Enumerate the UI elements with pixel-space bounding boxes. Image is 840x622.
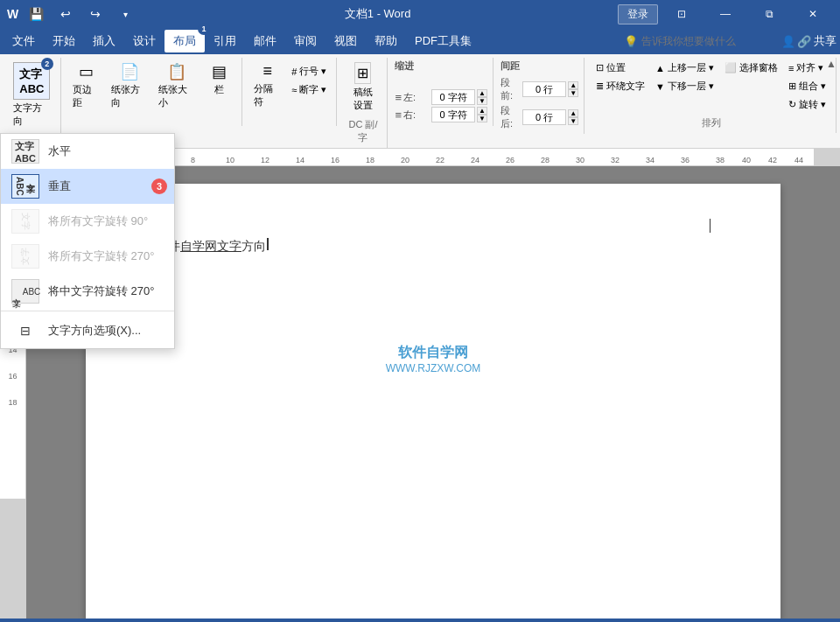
columns-button[interactable]: ▤ 栏	[201, 59, 236, 99]
vertical-badge: 3	[151, 178, 167, 194]
indent-group: 缩进 ≡ 左: ▲ ▼ ≡ 右: ▲ ▼	[389, 58, 494, 126]
tell-me-input[interactable]	[641, 35, 764, 47]
title-bar-title: 文档1 - Word	[137, 6, 618, 22]
ribbon-minimize-icon[interactable]: ⊡	[662, 0, 702, 28]
text-direction-button[interactable]: 文字ABC 文字方向 2	[9, 59, 55, 130]
spacing-after-down-button[interactable]: ▼	[568, 117, 578, 125]
move-back-chevron-icon: ▾	[709, 80, 714, 92]
move-forward-chevron-icon: ▾	[709, 62, 714, 73]
word-logo-icon: W	[7, 7, 18, 21]
line-numbers-icon: #	[291, 66, 297, 77]
menu-item-design[interactable]: 设计	[124, 30, 164, 52]
menu-item-insert[interactable]: 插入	[84, 30, 124, 52]
indent-left-up-button[interactable]: ▲	[477, 89, 487, 97]
spacing-after-up-button[interactable]: ▲	[568, 109, 578, 117]
menu-item-view[interactable]: 视图	[326, 30, 366, 52]
indent-left-down-button[interactable]: ▼	[477, 97, 487, 105]
window-restore-icon[interactable]: ⧉	[749, 0, 789, 28]
paper-orientation-icon: 📄	[120, 62, 139, 81]
breaks-group: ≡ 分隔符 # 行号 ▾ ≈ 断字 ▾	[244, 58, 337, 126]
move-forward-button[interactable]: ▲ 上移一层 ▾	[651, 59, 718, 76]
spacing-before-input[interactable]	[522, 81, 566, 97]
text-direction-rotate270-item[interactable]: 文字 将所有文字旋转 270°	[1, 239, 174, 274]
window-minimize-icon[interactable]: —	[705, 0, 746, 28]
move-back-label: 下移一层	[668, 80, 706, 93]
rotate270-icon: 文字	[11, 244, 39, 269]
indent-right-down-button[interactable]: ▼	[477, 115, 487, 122]
menu-item-help[interactable]: 帮助	[366, 30, 406, 52]
text-direction-rotate90-item[interactable]: 文字 将所有文字旋转 90°	[1, 204, 174, 239]
breaks-button[interactable]: ≡ 分隔符	[249, 59, 285, 111]
move-forward-icon: ▲	[655, 63, 665, 73]
hyphenation-button[interactable]: ≈ 断字 ▾	[287, 81, 331, 98]
spacing-before-down-button[interactable]: ▼	[568, 89, 578, 97]
quick-save-icon[interactable]: 💾	[24, 3, 48, 24]
draft-setup-icon: ⊞	[354, 62, 371, 84]
wrap-text-label: 环绕文字	[606, 80, 645, 93]
paper-size-button[interactable]: 📋 纸张大小	[154, 59, 200, 112]
menu-item-mail[interactable]: 邮件	[245, 30, 285, 52]
indent-right-label: 右:	[403, 108, 430, 122]
draft-setup-button[interactable]: ⊞ 稿纸设置	[346, 59, 381, 115]
text-direction-horizontal-item[interactable]: 文字ABC 水平	[1, 134, 174, 169]
hyphenation-chevron-icon: ▾	[321, 84, 326, 95]
menu-item-references[interactable]: 引用	[205, 30, 245, 52]
horizontal-icon: 文字ABC	[11, 139, 39, 164]
quick-access-more-icon[interactable]: ▾	[113, 3, 137, 24]
wrap-text-button[interactable]: ≣ 环绕文字	[592, 78, 649, 94]
document-content[interactable]: 软件自学网文字方向	[156, 236, 710, 255]
line-numbers-button[interactable]: # 行号 ▾	[287, 63, 331, 80]
paper-orientation-button[interactable]: 📄 纸张方向	[107, 59, 152, 112]
align-chevron-icon: ▾	[818, 62, 823, 73]
align-button[interactable]: ≡ 对齐 ▾	[784, 59, 830, 76]
undo-icon[interactable]: ↩	[53, 3, 78, 24]
share-button[interactable]: 🔗 共享	[797, 33, 836, 49]
login-button[interactable]: 登录	[618, 4, 658, 24]
selection-pane-button[interactable]: ⬜ 选择窗格	[720, 59, 782, 76]
window-close-icon[interactable]: ✕	[793, 0, 833, 28]
title-bar: W 💾 ↩ ↪ ▾ 文档1 - Word 登录 ⊡ — ⧉ ✕	[0, 0, 840, 28]
spacing-group: 间距 段前: ▲ ▼ 段后: ▲ ▼	[495, 58, 584, 134]
indent-left-label: 左:	[403, 91, 430, 104]
menu-item-pdf[interactable]: PDF工具集	[406, 30, 480, 52]
indent-right-up-button[interactable]: ▲	[477, 107, 487, 115]
menu-bar: 文件 开始 插入 设计 布局 1 引用 邮件 审阅 视图 帮助 PDF工具集 💡…	[0, 28, 840, 54]
text-direction-rotate270-label: 将所有文字旋转 270°	[48, 248, 155, 264]
text-direction-vertical-item[interactable]: 文字ABC 垂直 3	[1, 169, 174, 204]
document-page: 软件自学网 WWW.RJZXW.COM 软件自学网文字方向	[86, 184, 780, 619]
text-direction-cjk270-item[interactable]: 文字ABC 将中文字符旋转 270°	[1, 274, 174, 309]
menu-item-review[interactable]: 审阅	[285, 30, 326, 52]
watermark-line2: WWW.RJZXW.COM	[386, 362, 481, 374]
indent-left-icon: ≡	[395, 91, 402, 104]
text-direction-cjk270-label: 将中文字符旋转 270°	[48, 283, 155, 299]
indent-right-input[interactable]	[431, 107, 475, 122]
group-button[interactable]: ⊞ 组合 ▾	[784, 78, 830, 94]
ribbon: 文字ABC 文字方向 2 ▭ 页边距 📄 纸张方向 📋 纸张大小	[0, 54, 840, 149]
rotate-button[interactable]: ↻ 旋转 ▾	[784, 96, 830, 113]
text-direction-horizontal-label: 水平	[48, 143, 71, 159]
group-label: 组合	[799, 80, 818, 93]
position-button[interactable]: ⊡ 位置	[592, 59, 649, 76]
columns-label: 栏	[214, 83, 224, 96]
menu-item-home[interactable]: 开始	[44, 30, 84, 52]
user-icon: 👤	[781, 35, 795, 48]
move-back-icon: ▼	[655, 81, 665, 92]
group-chevron-icon: ▾	[821, 80, 826, 92]
spacing-after-input[interactable]	[522, 109, 566, 125]
indent-left-input[interactable]	[431, 89, 475, 105]
doc-cursor	[267, 238, 269, 250]
arrange-group: ⊡ 位置 ≣ 环绕文字 ▲ 上移一层 ▾ ▼	[586, 58, 836, 133]
rotate90-icon: 文字	[11, 209, 39, 234]
text-direction-options-item[interactable]: ⊟ 文字方向选项(X)...	[1, 313, 174, 348]
spacing-before-up-button[interactable]: ▲	[568, 81, 578, 89]
selection-pane-icon: ⬜	[724, 62, 737, 73]
text-direction-rotate90-label: 将所有文字旋转 90°	[48, 213, 148, 229]
align-label: 对齐	[796, 61, 816, 74]
page-margin-button[interactable]: ▭ 页边距	[68, 59, 105, 112]
menu-item-file[interactable]: 文件	[4, 30, 44, 52]
ribbon-expand-icon[interactable]: ▲	[826, 58, 836, 70]
menu-item-layout[interactable]: 布局 1	[164, 30, 205, 52]
move-back-button[interactable]: ▼ 下移一层 ▾	[651, 78, 718, 94]
redo-icon[interactable]: ↪	[83, 3, 108, 24]
options-icon: ⊟	[11, 318, 39, 343]
